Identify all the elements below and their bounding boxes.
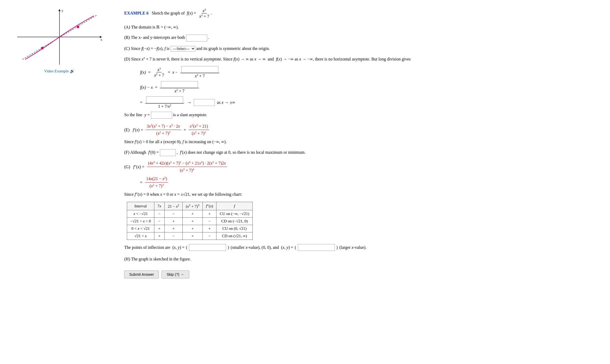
col-header-7x: 7x: [154, 202, 164, 210]
inflection-large-input[interactable]: [298, 244, 335, 251]
col-header-f: f: [216, 202, 253, 210]
svg-text:y: y: [62, 8, 63, 12]
svg-text:x: x: [100, 38, 102, 41]
section-c: (C) Since f(−x) = −f(x), f is ---Select-…: [124, 45, 594, 52]
example-label: EXAMPLE 6: [124, 11, 149, 16]
speaker-icon: 🔊: [70, 69, 75, 73]
intercept-input[interactable]: [186, 35, 207, 41]
fprime-zero-input[interactable]: [160, 149, 176, 156]
simplified-numerator-input[interactable]: [146, 96, 183, 103]
skip-button[interactable]: Skip (?) →: [161, 270, 189, 278]
svg-point-7: [77, 26, 79, 28]
section-e: (E) f′(x) = 3x2(x2 + 7) − x3 · 2x (x2 + …: [124, 123, 594, 145]
limit-value-input[interactable]: [194, 99, 215, 106]
slant-asymptote-input[interactable]: [151, 112, 172, 119]
left-panel: x y Video Example 🔊: [0, 0, 119, 364]
video-example-label: Video Example: [44, 69, 69, 73]
table-row: x < −√21 − − + + CU on (−∞, −√21): [127, 210, 253, 218]
math-block-fx: f(x) = x3 x2 + 7 = x − x2 + 7 f(x) − x =…: [140, 66, 594, 109]
example-title: Sketch the graph of f(x) = x3 x2 + 7 .: [152, 8, 212, 19]
section-g: (G) f″(x) = (4x3 + 42x)(x2 + 7)2 − (x4 +…: [124, 160, 594, 198]
section-d: (D) Since x2 + 7 is never 0, there is no…: [124, 55, 594, 62]
table-row: √21 < x + − + − CD on (√21, ∞): [127, 232, 253, 240]
graph-area: x y: [15, 8, 104, 66]
inflection-small-input[interactable]: [189, 244, 226, 251]
table-row: 0 < x < √21 + + + + CU on (0, √21): [127, 225, 253, 232]
inflection-section: The points of inflection are (x, y) = ( …: [124, 244, 594, 251]
svg-point-8: [41, 47, 44, 49]
chart-table: Interval 7x 21 − x2 (x2 + 7)3 f″(x) f x …: [127, 202, 253, 240]
example-header: EXAMPLE 6 Sketch the graph of f(x) = x3 …: [124, 8, 594, 19]
section-f: (F) Although f′(0) = , f′(x) does not ch…: [124, 149, 594, 156]
video-example-link[interactable]: Video Example 🔊: [44, 69, 75, 73]
section-h: (H) The graph is sketched in the figure.: [124, 256, 594, 263]
col-header-interval: Interval: [127, 202, 154, 210]
symmetry-select[interactable]: ---Select--- odd even: [171, 46, 195, 52]
fx-numerator-input[interactable]: [181, 66, 218, 73]
svg-marker-3: [58, 9, 61, 11]
table-row: −√21 < x < 0 − + + − CD on (−√21, 0): [127, 218, 253, 225]
col-header-x2plus7-3: (x2 + 7)3: [183, 202, 203, 210]
fxminusx-numerator-input[interactable]: [161, 81, 198, 88]
slant-asymptote-section: So the line y = is a slant asymptote.: [124, 111, 594, 119]
submit-button[interactable]: Submit Answer: [124, 270, 159, 278]
bottom-buttons: Submit Answer Skip (?) →: [124, 270, 594, 278]
section-a: (A) The domain is ℝ = (−∞, ∞).: [124, 24, 594, 31]
right-panel: EXAMPLE 6 Sketch the graph of f(x) = x3 …: [119, 0, 610, 364]
col-header-21minusx2: 21 − x2: [164, 202, 182, 210]
concavity-table: Interval 7x 21 − x2 (x2 + 7)3 f″(x) f x …: [127, 202, 594, 240]
col-header-f-double-prime: f″(x): [203, 202, 216, 210]
section-b: (B) The x- and y-intercepts are both .: [124, 34, 594, 41]
fraction-fx: x3 x2 + 7: [153, 67, 165, 78]
